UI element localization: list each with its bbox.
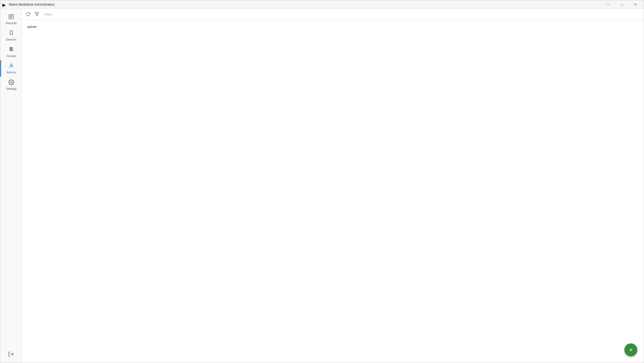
filter-input[interactable] — [42, 11, 641, 17]
sidebar-item-records-label: Records — [6, 21, 17, 25]
list-item-name: admin — [27, 25, 37, 29]
close-button[interactable]: ✕ — [629, 0, 642, 9]
svg-point-12 — [10, 81, 12, 83]
add-button[interactable]: + — [624, 343, 637, 356]
sidebar-bottom — [0, 347, 21, 363]
minimize-button[interactable]: — — [602, 0, 615, 9]
logout-button[interactable] — [6, 349, 16, 361]
svg-rect-4 — [10, 31, 12, 35]
svg-marker-14 — [35, 13, 38, 16]
toolbar — [22, 9, 644, 20]
maximize-button[interactable]: □ — [616, 0, 628, 9]
sidebar-item-groups[interactable]: Groups — [0, 44, 21, 60]
refresh-button[interactable] — [25, 11, 31, 17]
sidebar-item-settings-label: Settings — [6, 87, 17, 90]
titlebar-left: ▶ Meine Mediathek Administration — [2, 2, 55, 7]
app-title: Meine Mediathek Administration — [9, 3, 55, 6]
app-body: Records Devices — [0, 9, 644, 363]
titlebar: ▶ Meine Mediathek Administration — □ ✕ — [0, 0, 644, 9]
sidebar-item-devices-label: Devices — [6, 38, 16, 41]
titlebar-controls: — □ ✕ — [602, 0, 642, 9]
sidebar-item-records[interactable]: Records — [0, 11, 21, 27]
app-window: ▶ Meine Mediathek Administration — □ ✕ — [0, 0, 644, 363]
sidebar-item-devices[interactable]: Devices — [0, 27, 21, 44]
devices-icon — [8, 30, 14, 37]
sidebar: Records Devices — [0, 9, 22, 363]
groups-icon — [8, 46, 14, 53]
settings-icon — [8, 79, 14, 86]
sidebar-item-settings[interactable]: Settings — [0, 77, 21, 93]
filter-button[interactable] — [34, 11, 40, 17]
admins-icon — [8, 63, 14, 70]
sidebar-item-groups-label: Groups — [6, 54, 16, 57]
app-icon: ▶ — [2, 2, 7, 7]
list-area: admin + — [22, 20, 644, 363]
svg-point-11 — [10, 64, 12, 66]
add-icon: + — [629, 346, 633, 354]
list-item[interactable]: admin — [22, 22, 644, 31]
content-area: admin + — [22, 9, 644, 363]
sidebar-item-admins-label: Admins — [6, 71, 16, 74]
records-icon — [8, 14, 14, 20]
sidebar-item-admins[interactable]: Admins — [0, 60, 21, 77]
